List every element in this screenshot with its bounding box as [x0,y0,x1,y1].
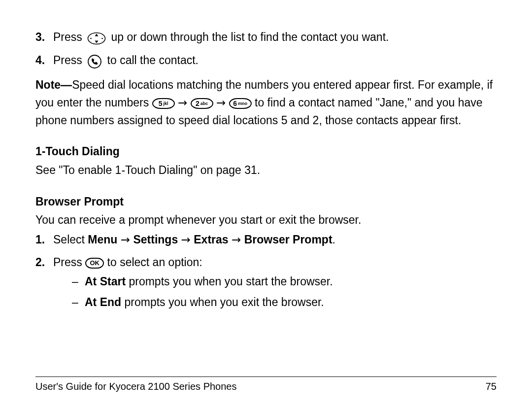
option-at-end: At End prompts you when you exit the bro… [72,294,497,311]
arrow-icon: → [232,233,241,246]
browser-step-1: 1. Select Menu → Settings → Extras → Bro… [35,231,497,249]
step-number: 3. [35,29,45,46]
svg-marker-2 [95,41,99,43]
browser-intro: You can receive a prompt whenever you st… [35,211,497,229]
step-lead: Select [53,233,88,246]
step-number: 2. [35,254,45,272]
option-list: At Start prompts you when you start the … [53,273,497,311]
nav-updown-icon [87,29,106,47]
step-number: 4. [35,52,45,69]
opt-label: At Start [85,275,126,288]
footer-page-number: 75 [486,381,497,392]
svg-marker-1 [95,34,99,36]
opt-rest: prompts you when you exit the browser. [121,296,324,308]
steps-top: 3. Press up or down through the list to … [35,29,497,69]
heading-browser-prompt: Browser Prompt [35,193,497,211]
browser-step-2: 2. Press OK to select an option: At Star… [35,254,497,311]
path-extras: Extras [194,233,228,246]
heading-touch-dialing: 1-Touch Dialing [35,143,497,161]
step-text-before: Press [53,54,85,67]
page-content: 3. Press up or down through the list to … [0,0,532,311]
arrow-icon: → [121,233,130,246]
step-4: 4. Press to call the contact. [35,52,497,70]
opt-rest: prompts you when you start the browser. [126,275,333,288]
key-5jkl-icon: 5jkl [152,98,175,109]
step-3: 3. Press up or down through the list to … [35,29,497,47]
option-at-start: At Start prompts you when you start the … [72,273,497,291]
opt-label: At End [85,296,121,308]
footer-title: User's Guide for Kyocera 2100 Series Pho… [35,381,236,392]
key-2abc-icon: 2abc [191,98,213,109]
note-label: Note— [35,78,72,91]
step-text-after: to call the contact. [107,54,199,67]
touch-body: See "To enable 1-Touch Dialing" on page … [35,162,497,179]
browser-steps: 1. Select Menu → Settings → Extras → Bro… [35,231,497,311]
step-text-after: to select an option: [107,256,202,269]
path-menu: Menu [88,233,117,246]
period: . [332,233,335,246]
call-key-icon [87,52,102,70]
svg-point-4 [101,38,103,39]
path-browser-prompt: Browser Prompt [244,233,332,246]
step-text-after: up or down through the list to find the … [111,31,389,43]
step-text-before: Press [53,256,85,269]
arrow-icon: → [181,233,191,246]
step-number: 1. [35,231,45,249]
svg-point-5 [88,55,101,68]
arrow-icon: → [216,96,226,109]
key-6mno-icon: 6mno [229,98,252,109]
svg-point-3 [90,38,92,39]
ok-key-icon: OK [85,258,104,269]
path-settings: Settings [133,233,178,246]
arrow-icon: → [178,96,187,109]
note-paragraph: Note—Speed dial locations matching the n… [35,76,497,129]
step-text-before: Press [53,31,85,43]
page-footer: User's Guide for Kyocera 2100 Series Pho… [35,377,497,392]
